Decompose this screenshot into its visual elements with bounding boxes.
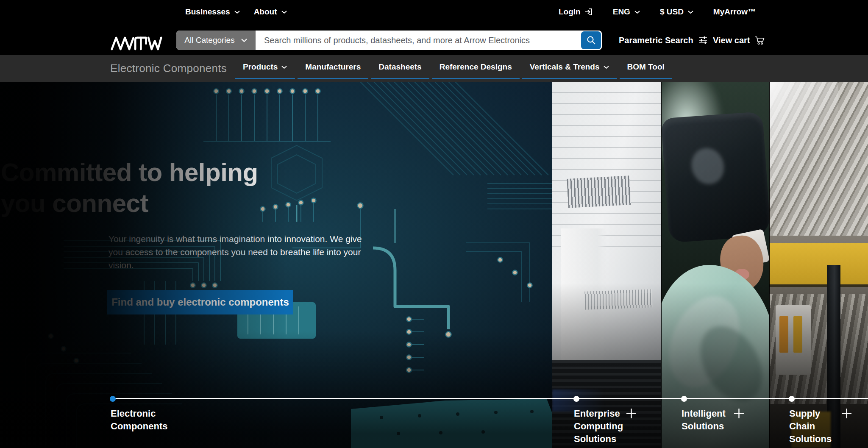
hero-background-circuit-image [0, 82, 552, 448]
topbar-primary-links: Businesses About [185, 0, 287, 24]
currency-select[interactable]: $ USD [660, 7, 694, 17]
category-dropdown[interactable]: All Categories [176, 31, 256, 50]
expand-enterprise-computing-button[interactable] [626, 408, 637, 419]
businesses-label: Businesses [185, 7, 230, 17]
topbar-account-links: Login ENG $ USD MyArrow™ [559, 0, 756, 24]
arrow-logo[interactable] [110, 36, 163, 51]
sliders-icon [698, 36, 708, 45]
panel-image-supply-chain[interactable] [770, 82, 868, 448]
chevron-down-icon [281, 65, 287, 69]
carousel-dot-intelligent-solutions[interactable] [681, 396, 687, 402]
nav-item-label: BOM Tool [627, 62, 665, 72]
panel-bottom-shade [770, 82, 868, 448]
login-label: Login [559, 7, 581, 17]
login-icon [584, 8, 593, 16]
hero-bottom-gradient [0, 82, 552, 448]
about-menu[interactable]: About [254, 7, 287, 17]
login-link[interactable]: Login [559, 7, 593, 17]
currency-label: $ USD [660, 7, 684, 17]
language-label: ENG [613, 7, 630, 17]
nav-item-label: Reference Designs [440, 62, 512, 72]
parametric-search-label: Parametric Search [619, 36, 693, 45]
nav-item-bom-tool[interactable]: BOM Tool [620, 56, 672, 79]
arrow-homepage: Businesses About Login ENG $ USD M [0, 0, 868, 448]
global-search-bar: All Categories [176, 31, 602, 50]
slide-label-intelligent-solutions[interactable]: Intelligent Solutions [682, 407, 737, 433]
panel-image-intelligent-solutions[interactable] [662, 82, 769, 448]
myarrow-link[interactable]: MyArrow™ [713, 7, 756, 17]
plus-icon [841, 408, 852, 419]
nav-item-label: Products [243, 62, 278, 72]
search-button[interactable] [581, 31, 601, 49]
chevron-down-icon [687, 10, 694, 14]
nav-item-reference-designs[interactable]: Reference Designs [432, 56, 520, 79]
expand-supply-chain-button[interactable] [841, 408, 852, 419]
arrow-logo-icon [110, 36, 163, 51]
nav-item-verticals-trends[interactable]: Verticals & Trends [522, 56, 617, 79]
language-select[interactable]: ENG [613, 7, 640, 17]
nav-item-label: Datasheets [378, 62, 421, 72]
category-dropdown-label: All Categories [184, 36, 234, 45]
slide-label-supply-chain[interactable]: Supply Chain Solutions [789, 407, 836, 445]
panel-image-enterprise-computing[interactable] [552, 82, 661, 448]
section-title: Electronic Components [110, 55, 227, 82]
panel-bottom-shade [662, 82, 769, 448]
carousel-progress-line [113, 398, 868, 399]
view-cart-label: View cart [713, 36, 750, 45]
chevron-down-icon [634, 10, 640, 14]
carousel-dot-electronic-components[interactable] [110, 396, 116, 402]
slide-label-electronic-components[interactable]: Electronic Components [111, 407, 170, 433]
expand-intelligent-solutions-button[interactable] [733, 408, 745, 419]
nav-item-datasheets[interactable]: Datasheets [371, 56, 429, 79]
nav-item-label: Verticals & Trends [530, 62, 600, 72]
carousel-dot-enterprise-computing[interactable] [573, 396, 579, 402]
carousel-dot-supply-chain[interactable] [789, 396, 795, 402]
nav-item-products[interactable]: Products [235, 56, 295, 79]
slide-label-enterprise-computing[interactable]: Enterprise Computing Solutions [574, 407, 629, 445]
myarrow-label: MyArrow™ [713, 7, 756, 17]
view-cart-link[interactable]: View cart [713, 31, 765, 50]
nav-item-label: Manufacturers [305, 62, 361, 72]
chevron-down-icon [234, 10, 240, 14]
hero-section: Committed to helping you connect Your in… [0, 82, 868, 448]
plus-icon [626, 408, 637, 419]
parametric-search-link[interactable]: Parametric Search [619, 31, 708, 50]
chevron-down-icon [281, 10, 287, 14]
chevron-down-icon [241, 38, 248, 42]
panel-bottom-shade [552, 82, 661, 448]
top-bar: Businesses About Login ENG $ USD M [0, 0, 868, 55]
search-input[interactable] [256, 31, 602, 50]
search-icon [586, 35, 596, 45]
about-label: About [254, 7, 277, 17]
cart-icon [755, 36, 765, 45]
plus-icon [733, 408, 745, 419]
nav-item-manufacturers[interactable]: Manufacturers [298, 56, 368, 79]
businesses-menu[interactable]: Businesses [185, 7, 240, 17]
section-nav: Electronic Components Products Manufactu… [0, 55, 868, 82]
chevron-down-icon [603, 65, 609, 69]
section-nav-items: Products Manufacturers Datasheets Refere… [234, 55, 673, 82]
